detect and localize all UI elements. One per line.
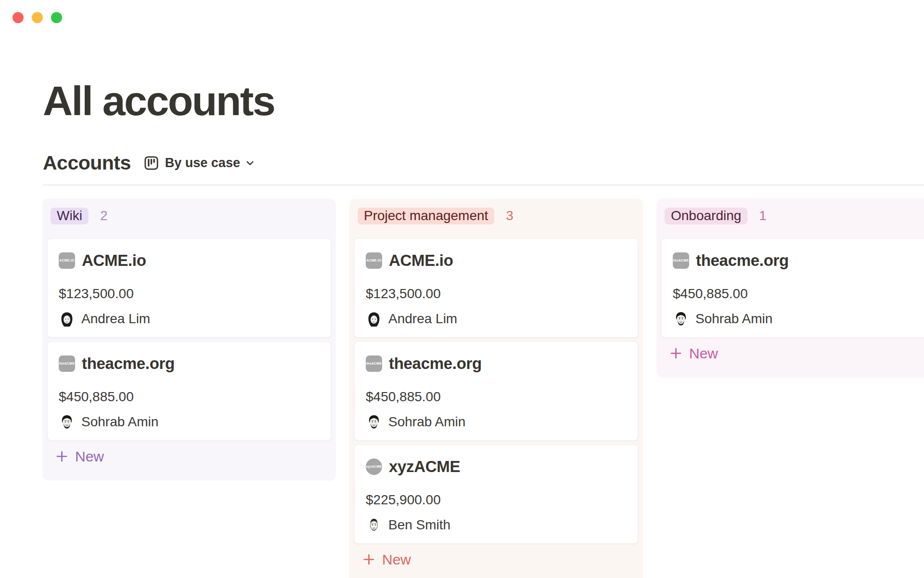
database-header: Accounts By use case <box>43 151 924 174</box>
avatar <box>59 311 75 327</box>
board-column-wiki: Wiki 2 ACME.IO ACME.io $123,500.00 Andre… <box>42 198 336 481</box>
account-amount: $123,500.00 <box>59 287 320 301</box>
account-name: ACME.io <box>82 252 146 269</box>
board-column-onboarding: Onboarding 1 theACME theacme.org $450,88… <box>656 198 924 378</box>
group-count: 2 <box>100 208 108 223</box>
group-count: 3 <box>506 208 513 223</box>
avatar <box>673 311 689 327</box>
plus-icon <box>669 347 682 360</box>
board-view-icon <box>144 156 159 171</box>
company-logo-icon: theACME <box>59 355 75 372</box>
new-card-button[interactable]: New <box>354 548 638 572</box>
account-name: xyzACME <box>389 458 460 475</box>
account-owner: Andrea Lim <box>59 311 320 327</box>
new-card-button[interactable]: New <box>661 342 924 366</box>
account-owner: Sohrab Amin <box>673 311 924 327</box>
account-owner: Sohrab Amin <box>59 414 320 430</box>
column-header: Project management 3 <box>354 208 638 224</box>
group-tag-project-management[interactable]: Project management <box>358 208 494 224</box>
chevron-down-icon <box>245 158 255 168</box>
owner-name: Sohrab Amin <box>388 414 465 430</box>
account-amount: $123,500.00 <box>366 287 627 301</box>
owner-name: Sohrab Amin <box>695 311 772 327</box>
company-logo-icon: ACME.IO <box>366 252 382 269</box>
company-logo-icon: theACME <box>673 252 689 269</box>
column-header: Onboarding 1 <box>661 208 924 224</box>
owner-name: Andrea Lim <box>388 311 457 327</box>
account-card[interactable]: theACME theacme.org $450,885.00 Sohrab A… <box>47 342 331 441</box>
company-logo-icon: theACME <box>366 355 382 372</box>
owner-name: Ben Smith <box>388 517 450 533</box>
group-tag-wiki[interactable]: Wiki <box>51 208 89 224</box>
account-card[interactable]: theACME theacme.org $450,885.00 Sohrab A… <box>661 238 924 338</box>
window-controls <box>13 12 62 23</box>
page: All accounts Accounts By use case Wiki 2 <box>0 0 924 578</box>
avatar <box>59 414 75 430</box>
company-logo-icon: ACME.IO <box>59 252 75 269</box>
avatar <box>366 311 382 327</box>
header-divider <box>43 184 924 185</box>
group-tag-onboarding[interactable]: Onboarding <box>665 208 747 224</box>
view-name: By use case <box>165 156 240 171</box>
account-name: theacme.org <box>82 355 175 372</box>
account-name: theacme.org <box>389 355 482 372</box>
minimize-window-icon[interactable] <box>32 12 43 23</box>
board-view: Wiki 2 ACME.IO ACME.io $123,500.00 Andre… <box>42 198 924 578</box>
account-owner: Ben Smith <box>366 517 627 533</box>
owner-name: Sohrab Amin <box>81 414 158 430</box>
new-card-button[interactable]: New <box>47 445 331 469</box>
zoom-window-icon[interactable] <box>51 12 62 23</box>
account-name: theacme.org <box>696 252 789 269</box>
account-amount: $225,900.00 <box>366 493 627 507</box>
company-logo-icon: xyzACME <box>366 459 382 475</box>
plus-icon <box>55 450 68 463</box>
account-card[interactable]: ACME.IO ACME.io $123,500.00 Andrea Lim <box>47 238 331 338</box>
account-card[interactable]: ACME.IO ACME.io $123,500.00 Andrea Lim <box>354 238 638 338</box>
database-title: Accounts <box>43 152 131 174</box>
close-window-icon[interactable] <box>13 12 24 23</box>
view-switcher[interactable]: By use case <box>144 156 255 171</box>
page-title[interactable]: All accounts <box>43 0 924 121</box>
account-amount: $450,885.00 <box>59 390 320 404</box>
account-owner: Sohrab Amin <box>366 414 627 430</box>
account-amount: $450,885.00 <box>673 287 924 301</box>
account-owner: Andrea Lim <box>366 311 627 327</box>
plus-icon <box>362 553 375 566</box>
account-card[interactable]: theACME theacme.org $450,885.00 Sohrab A… <box>354 342 638 441</box>
avatar <box>366 414 382 430</box>
board-column-project-management: Project management 3 ACME.IO ACME.io $12… <box>349 198 643 578</box>
group-count: 1 <box>759 208 767 223</box>
avatar <box>366 517 382 533</box>
account-amount: $450,885.00 <box>366 390 627 404</box>
owner-name: Andrea Lim <box>81 311 150 327</box>
account-name: ACME.io <box>389 252 453 269</box>
column-header: Wiki 2 <box>47 208 331 224</box>
account-card[interactable]: xyzACME xyzACME $225,900.00 Ben Smith <box>354 445 638 544</box>
